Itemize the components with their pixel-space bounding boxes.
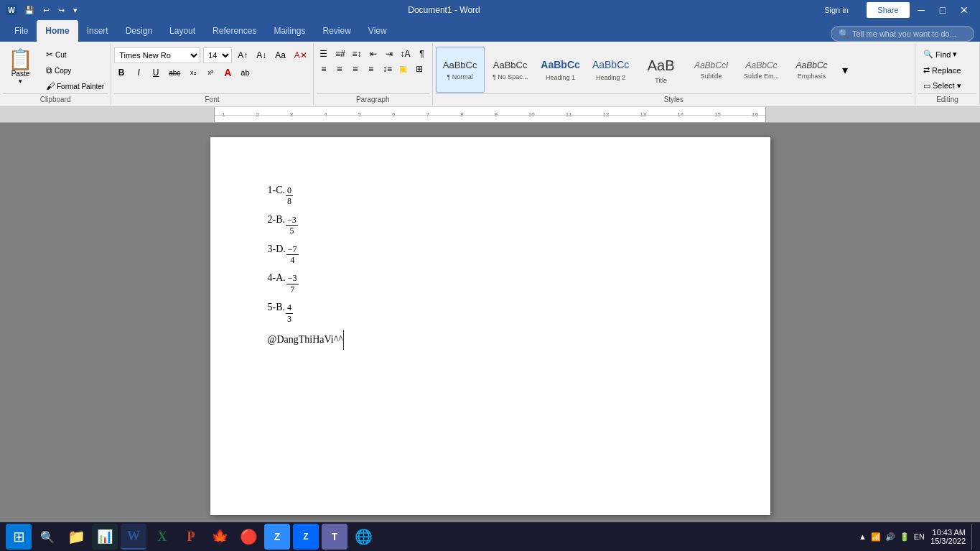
clear-format-button[interactable]: A✕ <box>291 49 310 62</box>
document-content[interactable]: 1-C. 0 8 2-B. −3 5 3-D. <box>268 180 713 350</box>
teams-taskbar-icon[interactable]: T <box>322 524 347 550</box>
align-center-button[interactable]: ≡ <box>332 62 347 75</box>
tab-layout[interactable]: Layout <box>161 20 204 42</box>
customize-qa-button[interactable]: ▾ <box>70 4 80 17</box>
style-no-spacing[interactable]: AaBbCc ¶ No Spac... <box>486 47 535 93</box>
bullets-button[interactable]: ☰ <box>317 47 331 60</box>
style-subtle-emphasis[interactable]: AaBbCc Subtle Em... <box>737 47 786 93</box>
tell-me-bar[interactable]: 🔍 <box>831 26 974 42</box>
change-case-button[interactable]: Aa <box>272 49 289 62</box>
save-qa-button[interactable]: 💾 <box>22 4 37 17</box>
style-emphasis[interactable]: AaBbCc Emphasis <box>788 47 836 93</box>
line2-prefix: 2-B. <box>268 210 286 230</box>
undo-qa-button[interactable]: ↩ <box>40 4 52 17</box>
tab-review[interactable]: Review <box>314 20 359 42</box>
word-taskbar-icon[interactable]: W <box>121 524 146 550</box>
style-heading2[interactable]: AaBbCc Heading 2 <box>587 47 635 93</box>
format-painter-label: Format Painter <box>57 83 104 91</box>
file-explorer-taskbar-icon[interactable]: 📁 <box>63 524 89 550</box>
tab-insert[interactable]: Insert <box>78 20 117 42</box>
cut-label: Cut <box>55 51 67 59</box>
taskbar-right: ▲ 📶 🔊 🔋 EN 10:43 AM 15/3/2022 <box>859 524 974 550</box>
system-tray: ▲ 📶 🔊 🔋 EN <box>859 532 925 542</box>
start-button[interactable]: ⊞ <box>6 524 32 550</box>
shading-button[interactable]: ▣ <box>396 62 411 75</box>
tab-design[interactable]: Design <box>117 20 161 42</box>
highlight-button[interactable]: ab <box>238 67 252 78</box>
powerpoint-taskbar-icon[interactable]: P <box>178 524 204 550</box>
subscript-button[interactable]: x₂ <box>186 68 200 78</box>
increase-indent-button[interactable]: ⇥ <box>382 47 396 60</box>
search-icon: 🔍 <box>839 29 849 39</box>
zoom-taskbar-icon[interactable]: Z <box>264 524 290 550</box>
tab-view[interactable]: View <box>360 20 396 42</box>
tray-up-icon[interactable]: ▲ <box>859 532 867 541</box>
font-format-row: B I U abc x₂ x² A ab <box>114 65 310 80</box>
font-name-select[interactable]: Times New Ro <box>114 47 200 63</box>
styles-group: AaBbCc ¶ Normal AaBbCc ¶ No Spac... AaBb… <box>433 43 915 105</box>
zalo-taskbar-icon[interactable]: Z <box>293 524 319 550</box>
font-increase-button[interactable]: A↑ <box>235 49 251 62</box>
justify-button[interactable]: ≡ <box>364 62 378 75</box>
document-page: 1-C. 0 8 2-B. −3 5 3-D. <box>210 137 770 515</box>
restore-button[interactable]: □ <box>933 2 953 18</box>
tab-mailings[interactable]: Mailings <box>265 20 314 42</box>
redo-qa-button[interactable]: ↪ <box>55 4 67 17</box>
replace-button[interactable]: ⇄ Replace <box>918 63 976 77</box>
bold-button[interactable]: B <box>114 66 129 79</box>
tell-me-input[interactable] <box>852 29 966 38</box>
tab-file[interactable]: File <box>6 20 37 42</box>
align-left-button[interactable]: ≡ <box>317 62 331 75</box>
style-heading1[interactable]: AaBbCc Heading 1 <box>536 47 585 93</box>
strikethrough-button[interactable]: abc <box>166 68 183 78</box>
font-color-button[interactable]: A <box>220 65 235 80</box>
quick-access-toolbar: 💾 ↩ ↪ ▾ <box>22 4 80 17</box>
paste-icon: 📋 <box>8 50 33 70</box>
signin-button[interactable]: Sign in <box>808 2 865 18</box>
document-area[interactable]: 1-C. 0 8 2-B. −3 5 3-D. <box>0 123 980 529</box>
chrome-taskbar-icon[interactable]: 🌐 <box>350 524 376 550</box>
underline-button[interactable]: U <box>149 66 163 79</box>
find-button[interactable]: 🔍 Find ▾ <box>918 47 976 61</box>
editing-group: 🔍 Find ▾ ⇄ Replace ▭ Select ▾ Editing <box>915 43 980 105</box>
doc-line-3: 3-D. −7 4 <box>268 239 713 266</box>
line1-fraction: 0 8 <box>286 185 293 207</box>
tab-references[interactable]: References <box>204 20 265 42</box>
app2-taskbar-icon[interactable]: 📊 <box>92 524 118 550</box>
align-right-button[interactable]: ≡ <box>348 62 363 75</box>
clock[interactable]: 10:43 AM 15/3/2022 <box>930 528 966 545</box>
font-size-select[interactable]: 14 <box>203 47 232 63</box>
line-spacing-button[interactable]: ↕≡ <box>380 62 395 75</box>
style-normal[interactable]: AaBbCc ¶ Normal <box>436 47 485 93</box>
cut-button[interactable]: ✂ Cut <box>42 47 108 62</box>
numbering-button[interactable]: ≡# <box>332 47 348 60</box>
style-title[interactable]: AaB Title <box>637 47 686 93</box>
excel-taskbar-icon[interactable]: X <box>149 524 175 550</box>
paste-button[interactable]: 📋 Paste ▾ <box>3 47 38 87</box>
style-subtitle[interactable]: AaBbCcI Subtitle <box>687 47 736 93</box>
tab-home[interactable]: Home <box>37 20 78 42</box>
superscript-button[interactable]: x² <box>203 68 218 78</box>
app7-taskbar-icon[interactable]: 🔴 <box>235 524 261 550</box>
italic-button[interactable]: I <box>131 66 146 79</box>
minimize-button[interactable]: ─ <box>911 2 931 18</box>
format-painter-icon: 🖌 <box>46 81 55 91</box>
app6-taskbar-icon[interactable]: 🍁 <box>207 524 233 550</box>
line2-denominator: 5 <box>288 226 295 236</box>
styles-more-button[interactable]: ▾ <box>838 62 852 78</box>
show-desktop-button[interactable] <box>971 524 974 550</box>
cortana-icon[interactable]: 🔍 <box>34 524 60 550</box>
font-decrease-button[interactable]: A↓ <box>253 49 269 62</box>
copy-button[interactable]: ⧉ Copy <box>42 63 108 78</box>
select-button[interactable]: ▭ Select ▾ <box>918 79 976 93</box>
decrease-indent-button[interactable]: ⇤ <box>366 47 381 60</box>
language-icon: EN <box>914 532 925 541</box>
format-painter-button[interactable]: 🖌 Format Painter <box>42 79 108 93</box>
close-button[interactable]: ✕ <box>954 2 974 18</box>
ribbon-toolbar: 📋 Paste ▾ ✂ Cut ⧉ Copy 🖌 Format P <box>0 42 980 107</box>
share-button[interactable]: Share <box>867 2 910 18</box>
multilevel-button[interactable]: ≡↕ <box>350 47 365 60</box>
sort-button[interactable]: ↕A <box>398 47 414 60</box>
borders-button[interactable]: ⊞ <box>412 62 426 75</box>
show-marks-button[interactable]: ¶ <box>415 47 429 60</box>
